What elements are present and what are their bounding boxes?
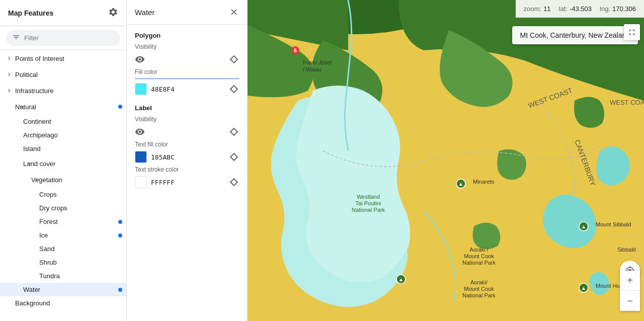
tree-label-natural: Natural xyxy=(15,103,115,111)
eye-icon-visibility[interactable] xyxy=(135,54,145,64)
tree-item-continent[interactable]: Continent xyxy=(0,115,126,128)
fill-color-line xyxy=(135,78,239,79)
tree-item-sand[interactable]: Sand xyxy=(0,242,126,256)
panel-header: Map Features xyxy=(0,0,126,26)
chevron-icon xyxy=(4,86,14,96)
tree-label-background: Background xyxy=(15,299,122,307)
tree-item-vegetation[interactable]: Vegetation xyxy=(0,172,126,188)
tree-label-ice: Ice xyxy=(39,231,115,239)
tree-label-water: Water xyxy=(23,286,115,293)
panel-title: Map Features xyxy=(8,9,53,17)
svg-text:Minarets: Minarets xyxy=(473,179,495,185)
location-tooltip: Mt Cook, Canterbury, New Zealand xyxy=(512,26,638,44)
svg-text:Aoraki/: Aoraki/ xyxy=(470,279,488,285)
tree-item-infrastructure[interactable]: Infrastructure xyxy=(0,83,126,99)
diamond-icon-label-visibility[interactable] xyxy=(229,127,239,137)
filter-input-wrap xyxy=(6,30,120,46)
tree-item-dry-crops[interactable]: Dry crops xyxy=(0,201,126,215)
svg-text:National Park: National Park xyxy=(462,260,496,266)
tree-label-tundra: Tundra xyxy=(39,272,122,280)
tree-item-background[interactable]: Background xyxy=(0,296,126,310)
tree-label-dry-crops: Dry crops xyxy=(39,204,122,212)
modified-dot xyxy=(118,233,122,237)
color-swatch-text-stroke-color xyxy=(135,176,147,188)
filter-icon xyxy=(12,33,20,43)
tree-item-political[interactable]: Political xyxy=(0,66,126,83)
svg-text:Aoraki /: Aoraki / xyxy=(469,247,489,253)
zoom-controls: + − xyxy=(620,271,640,311)
svg-text:Mount Cook: Mount Cook xyxy=(464,253,494,259)
tree-label-land-cover: Land cover xyxy=(23,160,122,168)
visibility-row-visibility xyxy=(127,51,247,67)
color-row-fill-color[interactable]: 48E8F4 xyxy=(127,81,247,97)
color-row-text-stroke-color[interactable]: FFFFFF xyxy=(127,174,247,190)
diamond-icon-visibility[interactable] xyxy=(229,54,239,64)
diamond-icon-text-stroke-color[interactable] xyxy=(229,177,239,187)
filter-bar xyxy=(0,26,126,50)
field-label-text-fill-color: Text fill color xyxy=(127,140,247,149)
mid-header: Water xyxy=(127,0,247,25)
chevron-icon xyxy=(4,102,14,112)
svg-text:▲: ▲ xyxy=(581,224,586,229)
tree-item-island[interactable]: Island xyxy=(0,142,126,155)
tree-item-tundra[interactable]: Tundra xyxy=(0,269,126,283)
section-title-polygon: Polygon xyxy=(127,25,247,42)
svg-text:Franz Josef: Franz Josef xyxy=(303,59,332,65)
fullscreen-button[interactable] xyxy=(624,24,640,40)
chevron-icon xyxy=(4,69,14,79)
tree-item-ice[interactable]: Ice xyxy=(0,228,126,242)
location-text: Mt Cook, Canterbury, New Zealand xyxy=(520,31,630,39)
color-swatch-fill-color xyxy=(135,83,147,95)
tree-item-land-cover[interactable]: Land cover xyxy=(0,155,126,172)
zoom-value: 11 xyxy=(543,5,550,13)
svg-text:Tai Poutini: Tai Poutini xyxy=(356,200,381,206)
color-hex-text-fill-color: 185ABC xyxy=(151,153,175,161)
tree-item-water[interactable]: Water xyxy=(0,283,126,296)
tree-item-shrub[interactable]: Shrub xyxy=(0,256,126,269)
tree-label-points-of-interest: Points of Interest xyxy=(15,55,122,62)
color-hex-fill-color: 48E8F4 xyxy=(151,86,175,93)
tree-label-infrastructure: Infrastructure xyxy=(15,87,122,95)
tree-item-forest[interactable]: Forest xyxy=(0,215,126,228)
section-title-label: Label xyxy=(127,97,247,115)
tree-label-crops: Crops xyxy=(39,191,122,198)
tree-label-continent: Continent xyxy=(23,118,122,125)
tree-item-natural[interactable]: Natural xyxy=(0,99,126,115)
map-svg: 6 Franz Josef / Waiau WEST COAST CANTERB… xyxy=(248,0,644,321)
lng-value: 170.306 xyxy=(612,5,636,13)
zoom-out-button[interactable]: − xyxy=(620,291,640,311)
svg-text:National Park: National Park xyxy=(352,207,385,213)
zoom-display: zoom: 11 xyxy=(524,5,551,13)
svg-text:Mount Cook: Mount Cook xyxy=(464,286,494,292)
svg-text:▲: ▲ xyxy=(398,277,404,282)
svg-text:Sibbald: Sibbald xyxy=(617,247,636,253)
field-label-text-stroke-color: Text stroke color xyxy=(127,165,247,174)
tree-item-crops[interactable]: Crops xyxy=(0,188,126,201)
field-label-visibility: Visibility xyxy=(127,42,247,51)
svg-text:Mount Sibbald: Mount Sibbald xyxy=(596,221,631,227)
tree-label-vegetation: Vegetation xyxy=(31,176,122,184)
svg-text:WEST COAST: WEST COAST xyxy=(610,99,644,106)
close-button[interactable] xyxy=(229,7,239,17)
chevron-icon xyxy=(12,158,22,169)
color-hex-text-stroke-color: FFFFFF xyxy=(151,179,175,186)
tree-item-archipelago[interactable]: Archipelago xyxy=(0,128,126,142)
diamond-icon-fill-color[interactable] xyxy=(229,84,239,94)
modified-dot xyxy=(118,105,122,109)
tree-label-political: Political xyxy=(15,71,122,78)
svg-text:/ Waiau: / Waiau xyxy=(303,66,321,72)
middle-panel: Water PolygonVisibility Fill color 48E8F… xyxy=(127,0,248,321)
diamond-icon-text-fill-color[interactable] xyxy=(229,152,239,162)
lat-display: lat: -43.503 xyxy=(559,5,592,13)
tree-item-points-of-interest[interactable]: Points of Interest xyxy=(0,50,126,66)
filter-input[interactable] xyxy=(24,34,114,42)
chevron-icon xyxy=(20,175,30,185)
zoom-in-button[interactable]: + xyxy=(620,271,640,291)
gear-icon[interactable] xyxy=(108,7,118,19)
lat-value: -43.503 xyxy=(570,5,592,13)
color-row-text-fill-color[interactable]: 185ABC xyxy=(127,149,247,165)
svg-text:▲: ▲ xyxy=(458,181,463,187)
eye-icon-label-visibility[interactable] xyxy=(135,127,145,137)
mid-panel-title: Water xyxy=(135,8,154,17)
svg-text:Westland: Westland xyxy=(357,194,380,200)
